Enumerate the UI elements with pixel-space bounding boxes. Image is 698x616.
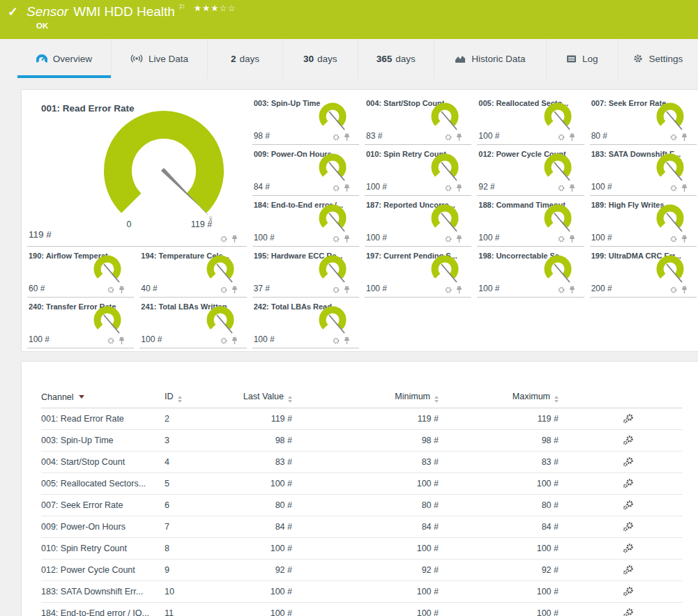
tab-bar: Overview Live Data 2 days 30 days 365 da… [0, 39, 698, 78]
pin-icon[interactable] [568, 133, 576, 141]
pin-icon[interactable] [568, 286, 576, 294]
gauge-cell[interactable]: 195: Hardware ECC Re... 37 # [252, 247, 359, 298]
gauge-cell[interactable]: 187: Reported Uncorre... 100 # [365, 196, 471, 247]
pin-icon[interactable] [231, 286, 238, 294]
channel-gear-icon[interactable] [220, 337, 228, 345]
column-header-last-value[interactable]: Last Value [206, 392, 292, 403]
pin-icon[interactable] [343, 133, 351, 141]
gauge-cell[interactable]: 242: Total LBAs Read 100 # [252, 298, 359, 348]
channel-settings-gears-icon[interactable] [623, 565, 634, 575]
channel-settings-gears-icon[interactable] [623, 414, 634, 424]
channel-gear-icon[interactable] [444, 286, 453, 294]
gauge-cell[interactable]: 189: High Fly Writes 100 # [590, 196, 697, 247]
channel-settings-gears-icon[interactable] [623, 436, 634, 445]
gauge-cell[interactable]: 199: UltraDMA CRC Err... 200 # [590, 247, 697, 298]
channel-settings-gears-icon[interactable] [623, 522, 634, 532]
channel-settings-gears-icon[interactable] [623, 500, 634, 510]
tab-historic-data[interactable]: Historic Data [434, 39, 547, 78]
channel-gear-icon[interactable] [669, 286, 678, 294]
gauge-cell[interactable]: 004: Start/Stop Count 83 # [365, 94, 471, 145]
channel-gear-icon[interactable] [107, 337, 115, 345]
channel-settings-gears-icon[interactable] [623, 608, 634, 616]
channel-gear-icon[interactable] [332, 184, 340, 192]
pin-icon[interactable] [568, 235, 576, 243]
channel-gear-icon[interactable] [220, 235, 228, 243]
pin-icon[interactable] [455, 133, 463, 141]
gauge-dial [430, 254, 462, 287]
pin-icon[interactable] [118, 337, 126, 345]
tab-365-days[interactable]: 365 days [358, 39, 435, 78]
channel-gear-icon[interactable] [557, 184, 566, 192]
gauge-cell[interactable]: 007: Seek Error Rate 80 # [590, 94, 697, 145]
tab-log[interactable]: Log [547, 39, 619, 78]
gauge-dial [430, 152, 462, 185]
pin-icon[interactable] [343, 337, 351, 345]
gauge-dial [317, 101, 349, 134]
pin-icon[interactable] [118, 286, 126, 294]
channel-gear-icon[interactable] [332, 133, 340, 141]
gauge-primary-cell[interactable]: 001: Read Error Rate x̄ 0 119 # 119 # [27, 94, 247, 247]
channel-settings-gears-icon[interactable] [623, 479, 634, 488]
gauge-cell[interactable]: 183: SATA Downshift E... 100 # [590, 145, 697, 196]
channel-gear-icon[interactable] [107, 286, 115, 294]
gauge-cell[interactable]: 240: Transfer Error Rate 100 # [27, 298, 134, 348]
channel-gear-icon[interactable] [669, 133, 678, 141]
gauge-value: 100 # [478, 284, 499, 293]
gauge-cell[interactable]: 188: Command Timeout 100 # [477, 196, 584, 247]
tab-overview[interactable]: Overview [17, 39, 112, 78]
prtg-sensor-page: ✓ SensorWMI HDD Health⚐★★★☆☆ OK Overview… [0, 0, 698, 616]
column-header-minimum[interactable]: Minimum [292, 392, 439, 403]
gauge-cell[interactable]: 197: Current Pending S... 100 # [365, 247, 471, 298]
pin-icon[interactable] [568, 184, 576, 192]
tab-live-data[interactable]: Live Data [112, 39, 208, 78]
gauge-cell[interactable]: 009: Power-On Hours 84 # [252, 145, 359, 196]
gauge-cell[interactable]: 184: End-to-End error /... 100 # [252, 196, 359, 247]
channel-settings-gears-icon[interactable] [623, 587, 634, 596]
tab-30-days[interactable]: 30 days [283, 39, 358, 78]
pin-icon[interactable] [455, 286, 463, 294]
gauge-cell[interactable]: 003: Spin-Up Time 98 # [252, 94, 359, 145]
pin-icon[interactable] [681, 133, 688, 141]
channel-gear-icon[interactable] [669, 235, 678, 243]
gauge-cell[interactable]: 194: Temperature Cels... 40 # [139, 247, 246, 298]
pin-icon[interactable] [681, 235, 688, 243]
gauge-cell[interactable]: 198: Uncorrectable Se... 100 # [477, 247, 584, 298]
pin-icon[interactable] [343, 184, 351, 192]
channel-gear-icon[interactable] [332, 235, 340, 243]
channel-gear-icon[interactable] [444, 184, 453, 192]
channel-gear-icon[interactable] [669, 184, 678, 192]
tab-2-days[interactable]: 2 days [208, 39, 283, 78]
channel-gear-icon[interactable] [557, 133, 566, 141]
gauges-panel: 001: Read Error Rate x̄ 0 119 # 119 # [21, 89, 698, 352]
gauge-cell[interactable]: 012: Power Cycle Count 92 # [477, 145, 584, 196]
column-header-maximum[interactable]: Maximum [439, 392, 559, 403]
pin-icon[interactable] [681, 184, 688, 192]
channel-gear-icon[interactable] [444, 235, 453, 243]
sensor-status-badge: OK [36, 22, 698, 30]
pin-icon[interactable] [455, 184, 463, 192]
gauge-dial [543, 203, 575, 236]
pin-icon[interactable] [231, 235, 238, 243]
channel-gear-icon[interactable] [332, 337, 340, 345]
gauge-cell[interactable]: 190: Airflow Temperat... 60 # [27, 247, 134, 298]
column-header-id[interactable]: ID [165, 392, 206, 403]
pin-icon[interactable] [343, 286, 351, 294]
priority-stars[interactable]: ★★★☆☆ [194, 3, 236, 13]
pin-icon[interactable] [455, 235, 463, 243]
tab-settings[interactable]: Settings [619, 39, 698, 78]
flag-icon[interactable]: ⚐ [179, 3, 185, 11]
channel-gear-icon[interactable] [444, 133, 453, 141]
gauge-cell[interactable]: 005: Reallocated Secto... 100 # [477, 94, 584, 145]
channel-gear-icon[interactable] [332, 286, 340, 294]
pin-icon[interactable] [343, 235, 351, 243]
channel-gear-icon[interactable] [557, 286, 566, 294]
channel-gear-icon[interactable] [557, 235, 566, 243]
column-header-channel[interactable]: Channel [41, 392, 165, 402]
channel-gear-icon[interactable] [220, 286, 228, 294]
pin-icon[interactable] [231, 337, 238, 345]
pin-icon[interactable] [681, 286, 688, 294]
channel-settings-gears-icon[interactable] [623, 544, 634, 553]
gauge-cell[interactable]: 010: Spin Retry Count 100 # [365, 145, 471, 196]
gauge-cell[interactable]: 241: Total LBAs Written 100 # [139, 298, 246, 348]
channel-settings-gears-icon[interactable] [623, 457, 634, 467]
